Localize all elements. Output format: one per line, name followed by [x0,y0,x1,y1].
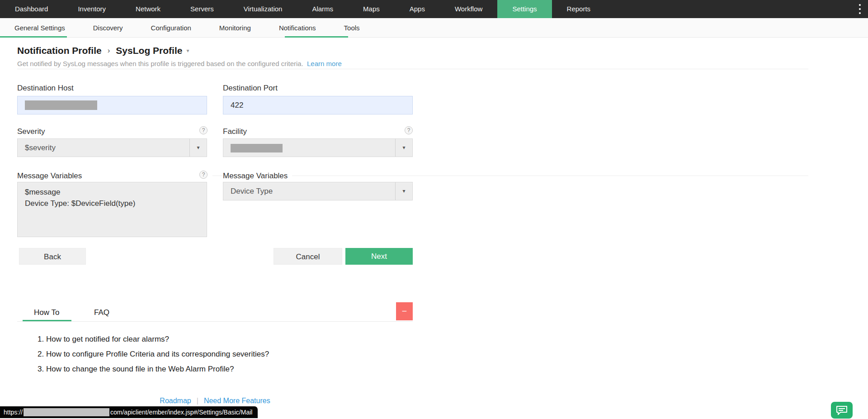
app-root: Dashboard Inventory Network Servers Virt… [0,0,868,419]
nav-item-apps[interactable]: Apps [395,0,440,18]
severity-help-icon[interactable]: ? [199,126,208,134]
message-variables-textarea[interactable]: $message Device Type: $DeviceField(type) [17,182,207,237]
roadmap-link[interactable]: Roadmap [160,397,191,405]
minimize-help-button[interactable]: – [396,302,413,320]
footer-link-separator: | [197,397,198,405]
subnav-tab-configuration[interactable]: Configuration [151,24,191,32]
message-variables-dropdown-caret-icon[interactable]: ▾ [395,182,412,200]
nav-item-virtualization[interactable]: Virtualization [229,0,297,18]
subnav-tab-discovery[interactable]: Discovery [93,24,123,32]
help-card-footer: Roadmap | Need More Features [17,397,413,405]
tab-how-to[interactable]: How To [34,308,59,317]
nav-item-maps[interactable]: Maps [348,0,395,18]
nav-item-reports[interactable]: Reports [552,0,606,18]
nav-item-alarms[interactable]: Alarms [297,0,348,18]
help-item-sound-file[interactable]: 3. How to change the sound file in the W… [38,365,234,374]
subnav-tab-monitoring[interactable]: Monitoring [219,24,251,32]
help-item-clear-alarms[interactable]: 1. How to get notified for clear alarms? [38,335,169,344]
facility-dropdown-caret-icon[interactable]: ▾ [395,139,412,157]
status-url-prefix: https:// [4,409,23,416]
destination-host-input[interactable] [17,96,207,114]
status-url-suffix: com/apiclient/ember/index.jsp#/Settings/… [110,409,252,416]
settings-sub-navigation: General Settings Discovery Configuration… [0,18,868,38]
facility-help-icon[interactable]: ? [405,126,413,134]
severity-select[interactable]: $severity ▾ [17,138,207,157]
message-variables-help-icon[interactable]: ? [199,171,208,179]
breadcrumb-notification-profile[interactable]: Notification Profile [17,45,102,56]
help-card-divider [17,321,413,322]
message-variables-select[interactable]: Device Type ▾ [223,182,413,200]
severity-dropdown-caret-icon[interactable]: ▾ [189,139,207,157]
redacted-domain [24,408,109,416]
tab-faq[interactable]: FAQ [94,308,109,317]
breadcrumb: Notification Profile › SysLog Profile ▾ [17,45,189,56]
faint-divider [212,176,808,176]
general-settings-active-indicator [0,36,67,38]
profile-dropdown-caret-icon[interactable]: ▾ [186,48,189,54]
help-item-profile-criteria[interactable]: 2. How to configure Profile Criteria and… [38,350,269,359]
facility-label: Facility [223,127,247,136]
next-button[interactable]: Next [345,248,413,265]
nav-item-workflow[interactable]: Workflow [440,0,497,18]
need-more-features-link[interactable]: Need More Features [204,397,270,405]
destination-port-input[interactable]: 422 [223,96,413,114]
description-text: Get notified by SysLog messages when thi… [17,60,303,67]
section-divider [17,69,808,69]
top-navigation: Dashboard Inventory Network Servers Virt… [0,0,868,18]
subnav-tab-notifications[interactable]: Notifications [279,24,316,32]
severity-label: Severity [17,127,45,136]
learn-more-link[interactable]: Learn more [307,60,342,67]
destination-host-label: Destination Host [17,84,74,93]
redacted-facility-value [231,144,283,152]
notifications-active-indicator [285,36,348,38]
message-variables-label: Message Variables [17,171,82,181]
page-description: Get notified by SysLog messages when thi… [17,60,342,67]
nav-item-dashboard[interactable]: Dashboard [0,0,63,18]
facility-select[interactable]: ▾ [223,138,413,157]
redacted-host-value [25,100,97,110]
message-variables-select-label: Message Variables [223,171,292,181]
support-chat-button[interactable] [831,402,853,419]
nav-item-servers[interactable]: Servers [175,0,229,18]
subnav-tab-tools[interactable]: Tools [344,24,360,32]
cancel-button[interactable]: Cancel [274,248,342,265]
severity-selected-value: $severity [25,139,56,157]
nav-item-inventory[interactable]: Inventory [63,0,121,18]
destination-port-label: Destination Port [223,84,278,93]
nav-item-network[interactable]: Network [121,0,175,18]
message-variables-selected-value: Device Type [231,182,273,200]
subnav-tab-general-settings[interactable]: General Settings [14,24,65,32]
page-title-syslog-profile: SysLog Profile [116,45,182,56]
link-status-bar: https:// com/apiclient/ember/index.jsp#/… [0,406,258,418]
nav-item-settings[interactable]: Settings [497,0,552,18]
breadcrumb-separator: › [108,46,110,55]
overflow-menu-icon[interactable] [859,4,862,14]
back-button[interactable]: Back [19,248,86,265]
chat-bubble-icon [836,405,848,415]
